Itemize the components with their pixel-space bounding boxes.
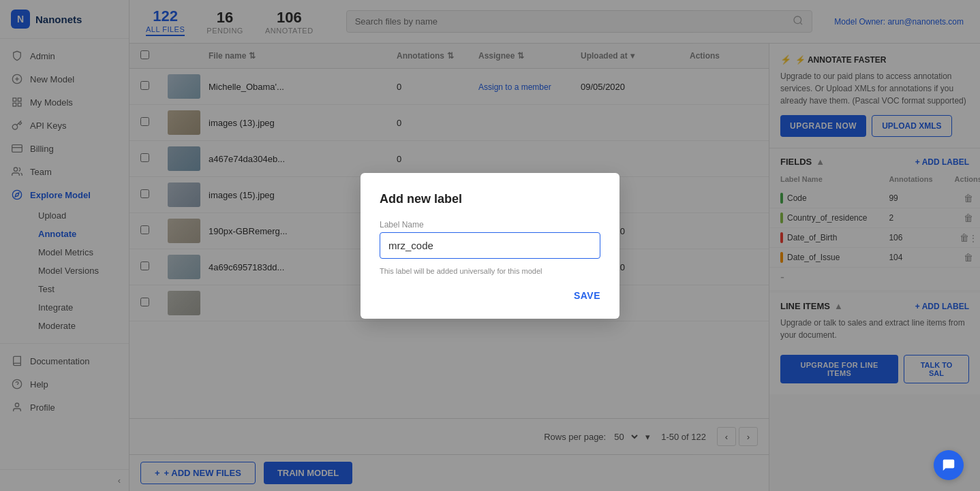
modal-label-name-label: Label Name: [380, 220, 600, 229]
chat-bubble-button[interactable]: [934, 450, 964, 480]
modal-input-wrapper: [380, 232, 600, 259]
modal-overlay[interactable]: Add new label Label Name This label will…: [0, 0, 980, 491]
chat-icon: [941, 458, 956, 473]
modal-actions: SAVE: [380, 286, 600, 305]
modal-hint-text: This label will be added universally for…: [380, 267, 600, 275]
add-label-modal: Add new label Label Name This label will…: [361, 173, 619, 319]
modal-save-button[interactable]: SAVE: [574, 286, 600, 305]
modal-title: Add new label: [380, 192, 600, 206]
label-name-input[interactable]: [388, 240, 592, 251]
